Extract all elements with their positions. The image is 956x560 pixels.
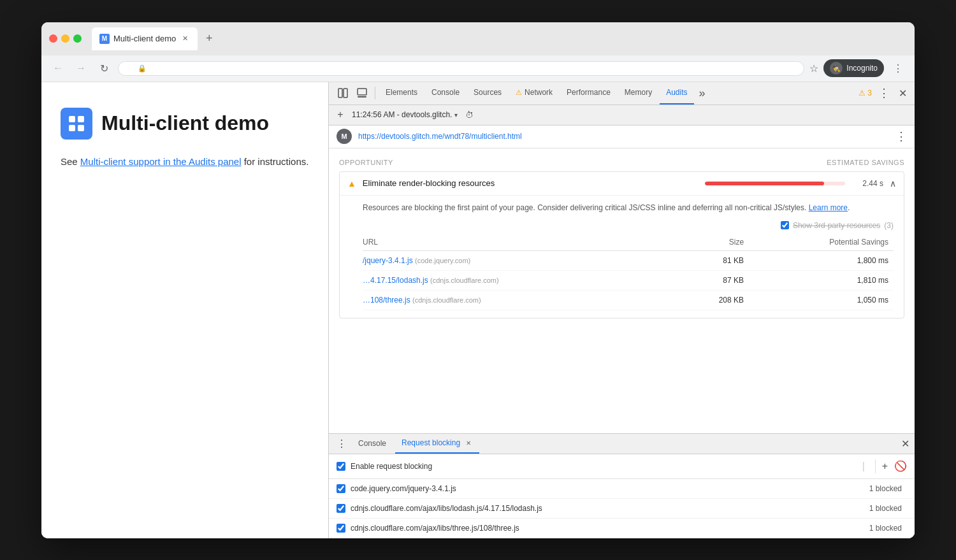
tab-console[interactable]: Console xyxy=(425,82,466,105)
devtools-panel: Elements Console Sources ⚠ Network Perfo… xyxy=(328,82,915,538)
devtools-menu-button[interactable]: ⋮ xyxy=(876,86,892,100)
session-text: 11:24:56 AM - devtools.glitch. xyxy=(352,110,452,119)
tab-sources[interactable]: Sources xyxy=(467,82,508,105)
active-tab[interactable]: M Multi-client demo ✕ xyxy=(92,27,198,50)
session-dropdown-arrow[interactable]: ▾ xyxy=(454,111,458,118)
tab-audits[interactable]: Audits xyxy=(660,82,693,105)
warning-triangle-icon: ⚠ xyxy=(858,89,865,97)
add-audit-button[interactable]: + xyxy=(334,108,347,121)
back-button[interactable]: ← xyxy=(49,59,67,77)
tab-memory[interactable]: Memory xyxy=(618,82,658,105)
blocked-count-2: 1 blocked xyxy=(869,524,902,533)
browser-window: M Multi-client demo ✕ + ← → ↻ 🔒 ☆ 🕵 Inco… xyxy=(41,22,915,538)
audit-savings: 2.44 s xyxy=(851,179,883,188)
block-icon: 🚫 xyxy=(894,460,907,472)
drawer-menu-button[interactable]: ⋮ xyxy=(334,438,349,450)
svg-rect-3 xyxy=(78,125,84,131)
url-text-0[interactable]: /jquery-3.4.1.js xyxy=(363,256,413,265)
tab-performance[interactable]: Performance xyxy=(560,82,617,105)
report-menu-button[interactable]: ⋮ xyxy=(895,129,907,143)
drawer-blocking-label: Request blocking xyxy=(402,438,460,447)
new-tab-button[interactable]: + xyxy=(200,30,218,48)
page-description: See Multi-client support in the Audits p… xyxy=(61,155,309,169)
warning-count-badge[interactable]: ⚠ 3 xyxy=(858,89,872,97)
enable-blocking-bar: Enable request blocking | + 🚫 xyxy=(329,454,915,479)
drawer-tab-close-icon[interactable]: ✕ xyxy=(464,438,473,447)
audit-item-body: Resources are blocking the first paint o… xyxy=(340,195,904,318)
audit-item-header[interactable]: ▲ Eliminate render-blocking resources 2.… xyxy=(340,172,904,195)
drawer-tab-console[interactable]: Console xyxy=(352,433,393,454)
enable-blocking-label: Enable request blocking xyxy=(351,462,852,471)
tab-favicon: M xyxy=(99,34,110,44)
svg-rect-2 xyxy=(69,125,75,131)
svg-rect-6 xyxy=(358,89,366,95)
traffic-lights xyxy=(49,34,82,43)
origin-text-0: (code.jquery.com) xyxy=(415,257,470,264)
tab-network[interactable]: ⚠ Network xyxy=(509,82,559,105)
url-text-2[interactable]: …108/three.js xyxy=(363,296,410,305)
timer-button[interactable]: ⏱ xyxy=(463,108,475,121)
forward-button[interactable]: → xyxy=(72,59,90,77)
page-logo-icon xyxy=(61,108,92,140)
tab-elements[interactable]: Elements xyxy=(379,82,424,105)
reload-button[interactable]: ↻ xyxy=(95,59,113,77)
tab-audits-label: Audits xyxy=(666,88,687,97)
blocking-list-item-2: cdnjs.cloudflare.com/ajax/libs/three.js/… xyxy=(329,519,915,538)
tab-console-label: Console xyxy=(431,88,460,97)
svg-rect-0 xyxy=(69,116,75,122)
traffic-light-maximize[interactable] xyxy=(73,34,82,43)
page-title: Multi-client demo xyxy=(101,111,269,135)
audit-item-render-blocking: ▲ Eliminate render-blocking resources 2.… xyxy=(339,171,904,319)
toolbar-divider xyxy=(375,87,375,99)
more-options-button[interactable]: ⋮ xyxy=(889,59,907,77)
address-input[interactable]: 🔒 xyxy=(118,61,804,76)
tab-elements-label: Elements xyxy=(386,88,417,97)
tab-title: Multi-client demo xyxy=(113,34,176,43)
resource-savings-1: 1,810 ms xyxy=(749,270,894,290)
opportunity-header: Opportunity Estimated Savings xyxy=(339,154,904,171)
report-avatar: M xyxy=(337,129,352,144)
tab-close-button[interactable]: ✕ xyxy=(180,34,190,44)
table-row: …4.17.15/lodash.js (cdnjs.cloudflare.com… xyxy=(363,270,894,290)
drawer-tab-request-blocking[interactable]: Request blocking ✕ xyxy=(395,433,479,454)
drawer-close-button[interactable]: ✕ xyxy=(901,438,909,450)
audit-progress-bar xyxy=(705,182,845,185)
devtools-dock-button[interactable] xyxy=(334,84,352,102)
devtools-close-button[interactable]: ✕ xyxy=(896,87,909,99)
blocking-checkbox-1[interactable] xyxy=(337,504,345,513)
blocking-url-0: code.jquery.com/jquery-3.4.1.js xyxy=(351,484,864,493)
traffic-light-close[interactable] xyxy=(49,34,57,43)
page-content: Multi-client demo See Multi-client suppo… xyxy=(41,82,328,538)
warning-count: 3 xyxy=(867,89,872,97)
audit-chevron-icon: ∧ xyxy=(890,178,896,189)
traffic-light-minimize[interactable] xyxy=(61,34,69,43)
desc-before: See xyxy=(61,156,80,167)
drawer-console-label: Console xyxy=(358,439,386,448)
audit-warning-icon: ▲ xyxy=(347,178,356,189)
add-pattern-button[interactable]: + xyxy=(875,459,889,473)
blocking-checkbox-0[interactable] xyxy=(337,484,345,493)
bookmark-button[interactable]: ☆ xyxy=(809,62,818,75)
devtools-mode-button[interactable] xyxy=(353,84,371,102)
url-text-1[interactable]: …4.17.15/lodash.js xyxy=(363,276,428,285)
enable-blocking-checkbox[interactable] xyxy=(337,462,345,471)
blocking-url-2: cdnjs.cloudflare.com/ajax/libs/three.js/… xyxy=(351,524,864,533)
resource-size-0: 81 KB xyxy=(681,250,749,270)
col-header-savings: Potential Savings xyxy=(749,235,894,251)
tab-bar: M Multi-client demo ✕ + xyxy=(92,27,907,50)
audits-panel-link[interactable]: Multi-client support in the Audits panel xyxy=(80,156,242,167)
more-tabs-button[interactable]: » xyxy=(695,82,709,105)
drawer-tabs-bar: ⋮ Console Request blocking ✕ ✕ xyxy=(329,434,915,454)
blocking-url-1: cdnjs.cloudflare.com/ajax/libs/lodash.js… xyxy=(351,504,864,513)
incognito-label: Incognito xyxy=(846,64,878,73)
tab-memory-label: Memory xyxy=(625,88,652,97)
session-info: 11:24:56 AM - devtools.glitch. ▾ xyxy=(352,110,458,119)
blocking-checkbox-2[interactable] xyxy=(337,524,345,533)
learn-more-link[interactable]: Learn more xyxy=(809,203,848,212)
third-party-count: (3) xyxy=(884,221,894,230)
third-party-checkbox[interactable] xyxy=(781,221,789,229)
audit-description-text: Resources are blocking the first paint o… xyxy=(363,203,806,212)
opportunity-label: Opportunity xyxy=(339,159,393,166)
devtools-secondary-bar: + 11:24:56 AM - devtools.glitch. ▾ ⏱ xyxy=(329,105,915,126)
blocked-count-1: 1 blocked xyxy=(869,504,902,513)
